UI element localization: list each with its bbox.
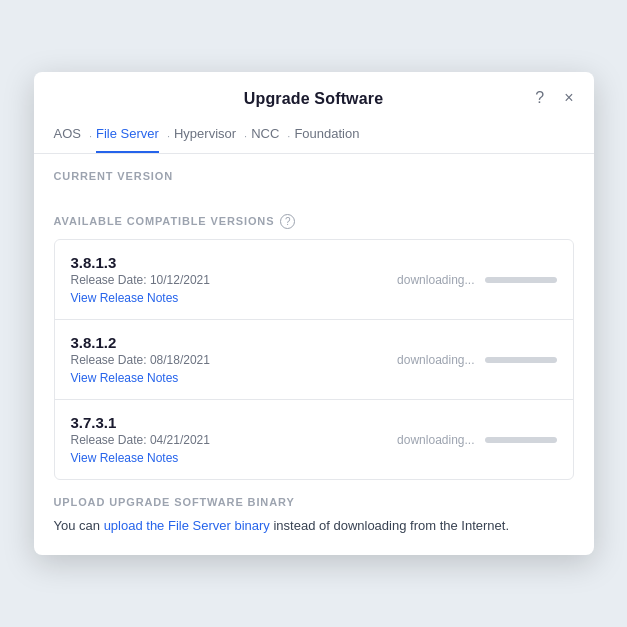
- version-meta-1: Release Date: 10/12/2021 downloading...: [71, 273, 557, 287]
- view-release-notes-3[interactable]: View Release Notes: [71, 451, 557, 465]
- tab-ncc[interactable]: NCC: [251, 120, 279, 153]
- downloading-text-1: downloading...: [397, 273, 474, 287]
- view-release-notes-2[interactable]: View Release Notes: [71, 371, 557, 385]
- version-date-2: Release Date: 08/18/2021: [71, 353, 210, 367]
- upload-section-label: UPLOAD UPGRADE SOFTWARE BINARY: [54, 496, 574, 508]
- modal-actions: ? ×: [531, 88, 577, 108]
- modal-body: CURRENT VERSION AVAILABLE COMPATIBLE VER…: [34, 154, 594, 556]
- version-date-3: Release Date: 04/21/2021: [71, 433, 210, 447]
- version-row-2: 3.8.1.2 Release Date: 08/18/2021 downloa…: [55, 320, 573, 400]
- version-number-2: 3.8.1.2: [71, 334, 557, 351]
- tab-dot-2: ·: [167, 130, 170, 142]
- tab-dot-4: ·: [287, 130, 290, 142]
- upload-text-after: instead of downloading from the Internet…: [270, 518, 509, 533]
- version-row-3: 3.7.3.1 Release Date: 04/21/2021 downloa…: [55, 400, 573, 479]
- modal-overlay: Upgrade Software ? × AOS · File Server ·…: [0, 0, 627, 627]
- upload-text-before: You can: [54, 518, 104, 533]
- download-status-2: downloading...: [397, 353, 556, 367]
- tab-file-server[interactable]: File Server: [96, 120, 159, 153]
- available-versions-label: AVAILABLE COMPATIBLE VERSIONS: [54, 215, 275, 227]
- progress-bar-fill-3: [485, 437, 557, 443]
- progress-bar-bg-2: [485, 357, 557, 363]
- version-meta-2: Release Date: 08/18/2021 downloading...: [71, 353, 557, 367]
- progress-bar-bg-1: [485, 277, 557, 283]
- available-versions-help-icon[interactable]: ?: [280, 214, 295, 229]
- upload-link[interactable]: upload the File Server binary: [104, 518, 270, 533]
- versions-list: 3.8.1.3 Release Date: 10/12/2021 downloa…: [54, 239, 574, 480]
- upload-section: UPLOAD UPGRADE SOFTWARE BINARY You can u…: [54, 496, 574, 536]
- progress-bar-fill-2: [485, 357, 557, 363]
- modal-header: Upgrade Software ? ×: [34, 72, 594, 108]
- available-versions-header: AVAILABLE COMPATIBLE VERSIONS ?: [54, 214, 574, 229]
- modal: Upgrade Software ? × AOS · File Server ·…: [34, 72, 594, 556]
- tab-dot-1: ·: [89, 130, 92, 142]
- version-number-1: 3.8.1.3: [71, 254, 557, 271]
- close-button[interactable]: ×: [560, 88, 577, 108]
- upload-section-text: You can upload the File Server binary in…: [54, 516, 574, 536]
- modal-title: Upgrade Software: [244, 90, 383, 108]
- version-number-3: 3.7.3.1: [71, 414, 557, 431]
- progress-bar-fill-1: [485, 277, 557, 283]
- current-version-label: CURRENT VERSION: [54, 170, 574, 182]
- downloading-text-3: downloading...: [397, 433, 474, 447]
- tab-aos[interactable]: AOS: [54, 120, 81, 153]
- tab-hypervisor[interactable]: Hypervisor: [174, 120, 236, 153]
- help-button[interactable]: ?: [531, 88, 548, 108]
- progress-bar-bg-3: [485, 437, 557, 443]
- version-meta-3: Release Date: 04/21/2021 downloading...: [71, 433, 557, 447]
- tab-bar: AOS · File Server · Hypervisor · NCC · F…: [34, 108, 594, 154]
- current-version-empty: [54, 192, 574, 200]
- version-date-1: Release Date: 10/12/2021: [71, 273, 210, 287]
- view-release-notes-1[interactable]: View Release Notes: [71, 291, 557, 305]
- tab-foundation[interactable]: Foundation: [294, 120, 359, 153]
- download-status-1: downloading...: [397, 273, 556, 287]
- version-row-1: 3.8.1.3 Release Date: 10/12/2021 downloa…: [55, 240, 573, 320]
- download-status-3: downloading...: [397, 433, 556, 447]
- downloading-text-2: downloading...: [397, 353, 474, 367]
- tab-dot-3: ·: [244, 130, 247, 142]
